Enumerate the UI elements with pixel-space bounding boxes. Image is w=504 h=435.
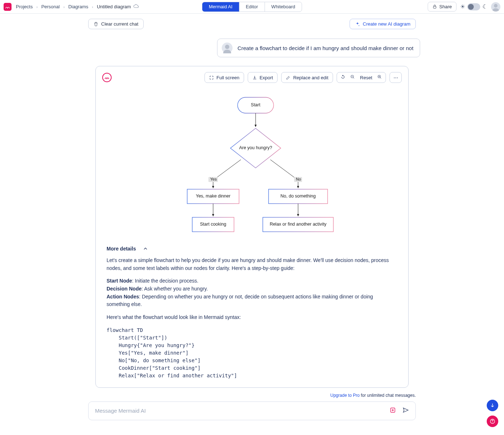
svg-point-1 xyxy=(494,4,498,8)
flow-node-no-action: No, do something xyxy=(280,194,316,199)
zoom-out-icon[interactable] xyxy=(350,75,355,80)
upgrade-link[interactable]: Upgrade to Pro xyxy=(330,393,360,398)
help-icon xyxy=(490,418,495,424)
breadcrumb-diagrams[interactable]: Diagrams xyxy=(68,4,89,9)
breadcrumb-personal[interactable]: Personal xyxy=(41,4,60,9)
tab-whiteboard[interactable]: Whiteboard xyxy=(265,2,302,12)
details-section: More details Let's create a simple flowc… xyxy=(96,241,408,387)
tab-mermaid-ai[interactable]: Mermaid AI xyxy=(202,2,239,12)
ellipsis-icon: ⋯ xyxy=(393,75,398,80)
download-icon xyxy=(252,75,257,80)
app-logo[interactable] xyxy=(4,3,12,11)
user-message-text: Create a flowchart to decide if I am hun… xyxy=(238,45,414,51)
scroll-down-button[interactable] xyxy=(487,400,498,411)
document-title[interactable]: Untitled diagram xyxy=(97,3,139,10)
sun-icon: ☀ xyxy=(460,3,465,10)
fullscreen-icon xyxy=(209,75,214,80)
flow-edge-no: No xyxy=(296,177,301,181)
svg-line-11 xyxy=(270,160,298,180)
view-tabs: Mermaid AI Editor Whiteboard xyxy=(202,2,302,12)
details-line-decision: Decision Node: Ask whether you are hungr… xyxy=(107,285,397,293)
clear-chat-button[interactable]: Clear current chat xyxy=(88,19,144,29)
help-button[interactable] xyxy=(487,416,498,427)
more-details-toggle[interactable]: More details xyxy=(107,246,397,252)
user-avatar-small xyxy=(222,43,233,53)
cloud-sync-icon xyxy=(133,3,139,10)
chevron-right-icon: › xyxy=(92,5,93,9)
lock-icon xyxy=(432,4,437,9)
replace-edit-button[interactable]: Replace and edit xyxy=(281,72,333,83)
message-input[interactable] xyxy=(95,408,390,414)
details-syntax-intro: Here's what the flowchart would look lik… xyxy=(107,314,397,321)
arrow-down-icon xyxy=(490,403,495,408)
details-body: Let's create a simple flowchart to help … xyxy=(107,257,397,379)
flow-node-cook: Start cooking xyxy=(200,222,226,227)
svg-point-2 xyxy=(225,45,229,49)
ai-response-card: Full screen Export Replace and edit Rese… xyxy=(95,66,409,388)
more-options-button[interactable]: ⋯ xyxy=(390,72,402,83)
send-button[interactable] xyxy=(402,407,409,415)
svg-rect-0 xyxy=(433,6,436,8)
zoom-controls: Reset xyxy=(337,72,386,83)
mermaid-logo-icon xyxy=(102,73,112,82)
flow-node-start: Start xyxy=(251,102,261,107)
flow-node-relax: Relax or find another activity xyxy=(270,222,327,227)
details-line-action: Action Nodes: Depending on whether you a… xyxy=(107,293,397,309)
top-bar: Projects › Personal › Diagrams › Untitle… xyxy=(0,0,504,14)
breadcrumb-projects[interactable]: Projects xyxy=(16,4,33,9)
theme-switch[interactable] xyxy=(467,3,480,10)
flow-node-yes-action: Yes, make dinner xyxy=(196,194,230,199)
tab-editor[interactable]: Editor xyxy=(239,2,265,12)
main-area: Clear current chat Create new AI diagram… xyxy=(0,14,504,420)
response-header: Full screen Export Replace and edit Rese… xyxy=(96,66,408,86)
fullscreen-button[interactable]: Full screen xyxy=(204,72,244,83)
theme-toggle[interactable]: ☀ ☾ xyxy=(460,3,487,10)
sparkle-icon xyxy=(355,22,360,27)
diagram-toolbar: Full screen Export Replace and edit Rese… xyxy=(204,72,402,83)
chevron-right-icon: › xyxy=(36,5,38,9)
message-input-bar xyxy=(88,401,416,420)
flowchart-canvas[interactable]: Start Are you hungry? Yes No Yes, make d… xyxy=(96,86,408,241)
details-intro: Let's create a simple flowchart to help … xyxy=(107,257,397,272)
breadcrumbs: Projects › Personal › Diagrams › Untitle… xyxy=(16,3,139,10)
user-message: Create a flowchart to decide if I am hun… xyxy=(217,39,420,57)
flow-edge-yes: Yes xyxy=(210,177,217,181)
moon-icon: ☾ xyxy=(482,3,487,10)
trash-icon xyxy=(94,22,98,26)
user-avatar[interactable] xyxy=(491,2,500,12)
zoom-in-icon[interactable] xyxy=(377,75,382,80)
reset-view-icon[interactable] xyxy=(341,75,345,80)
export-button[interactable]: Export xyxy=(248,72,278,83)
reset-label[interactable]: Reset xyxy=(360,75,372,80)
chevron-right-icon: › xyxy=(63,5,65,9)
topbar-right: Share ☀ ☾ xyxy=(428,2,500,12)
upgrade-note: Upgrade to Pro for unlimited chat messag… xyxy=(88,393,416,398)
chat-top-actions: Clear current chat Create new AI diagram xyxy=(88,19,416,29)
code-block: flowchart TD Start(["Start"]) Hungry{"Ar… xyxy=(107,327,397,379)
flow-node-decision: Are you hungry? xyxy=(239,145,272,150)
share-button[interactable]: Share xyxy=(428,2,456,12)
edit-icon xyxy=(286,75,291,80)
attachment-icon[interactable] xyxy=(390,407,396,415)
details-line-start: Start Node: Initiate the decision proces… xyxy=(107,277,397,285)
chevron-up-icon xyxy=(143,246,148,252)
create-new-diagram-button[interactable]: Create new AI diagram xyxy=(350,19,416,29)
